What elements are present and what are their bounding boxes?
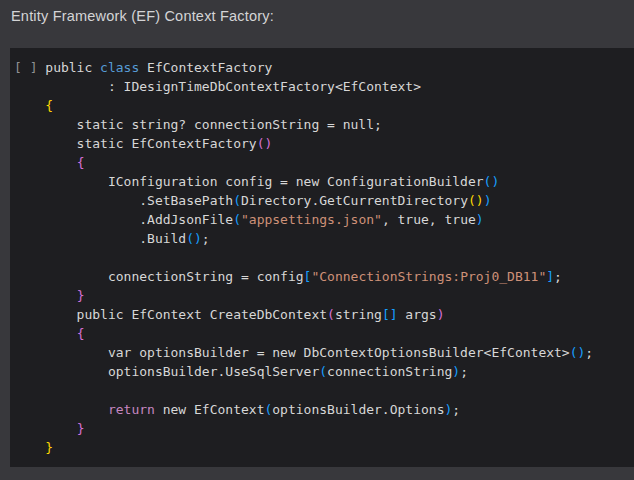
- code-token-plain: var optionsBuilder = new DbContextOption…: [14, 345, 570, 360]
- code-token-plain: new EfContext: [155, 402, 265, 417]
- code-token-bracket2: (): [257, 136, 273, 151]
- code-token-plain: static string? connectionString = null;: [14, 117, 382, 132]
- code-block: [ ] public class EfContextFactory : IDes…: [10, 48, 634, 467]
- code-token-plain: public EfContext CreateDbContext: [14, 307, 327, 322]
- code-line: IConfiguration config = new Configuratio…: [14, 172, 634, 191]
- code-line: .AddJsonFile("appsettings.json", true, t…: [14, 210, 634, 229]
- code-token-plain: : IDesignTimeDbContextFactory<EfContext>: [14, 79, 421, 94]
- code-token-plain: ;: [554, 269, 562, 284]
- code-token-plain: , true, true: [382, 212, 476, 227]
- code-token-bracket1: {: [45, 98, 53, 113]
- code-token-plain: [14, 326, 77, 341]
- code-token-plain: ;: [460, 364, 468, 379]
- code-token-bracket2: }: [77, 421, 85, 436]
- code-token-plain: [14, 155, 77, 170]
- code-token-bracket3: ): [476, 212, 484, 227]
- code-line: {: [14, 96, 634, 115]
- code-line: public EfContext CreateDbContext(string[…: [14, 305, 634, 324]
- code-line: .SetBasePath(Directory.GetCurrentDirecto…: [14, 191, 634, 210]
- code-token-plain: ;: [585, 345, 593, 360]
- code-token-bracket3: ): [452, 364, 460, 379]
- code-token-control: return: [108, 402, 155, 417]
- code-token-plain: Directory.GetCurrentDirectory: [241, 193, 468, 208]
- code-token-plain: [14, 440, 45, 455]
- code-line: [14, 248, 634, 267]
- code-token-bracket2: (: [327, 307, 335, 322]
- code-token-plain: .SetBasePath: [14, 193, 233, 208]
- code-token-plain: static EfContextFactory: [14, 136, 257, 151]
- code-token-plain: args: [398, 307, 437, 322]
- code-token-bracket3: (): [570, 345, 586, 360]
- code-line: static EfContextFactory(): [14, 134, 634, 153]
- code-token-plain: connectionString = config: [14, 269, 304, 284]
- code-line: static string? connectionString = null;: [14, 115, 634, 134]
- code-token-plain: .AddJsonFile: [14, 212, 233, 227]
- code-token-string: "appsettings.json": [241, 212, 382, 227]
- code-token-plain: EfContextFactory: [139, 60, 272, 75]
- code-token-plain: .Build: [14, 231, 186, 246]
- code-line: return new EfContext(optionsBuilder.Opti…: [14, 400, 634, 419]
- code-token-string: "ConnectionStrings:Proj0_DB11": [311, 269, 546, 284]
- code-token-bracket3: (): [186, 231, 202, 246]
- code-token-bracket2: {: [77, 326, 85, 341]
- code-token-bracket3: (): [484, 174, 500, 189]
- code-token-keyword: class: [100, 60, 139, 75]
- code-token-bracket2: {: [77, 155, 85, 170]
- code-token-plain: [14, 421, 77, 436]
- code-token-plain: [14, 288, 77, 303]
- code-token-plain: IConfiguration config = new Configuratio…: [14, 174, 484, 189]
- code-token-plain: connectionString: [327, 364, 452, 379]
- code-token-bracket3: (: [233, 212, 241, 227]
- code-line: : IDesignTimeDbContextFactory<EfContext>: [14, 77, 634, 96]
- page: { "page": { "background_color": "#38383c…: [0, 0, 634, 480]
- code-content: [ ] public class EfContextFactory : IDes…: [14, 58, 634, 457]
- code-gutter-marker: [ ]: [14, 60, 45, 75]
- code-line: .Build();: [14, 229, 634, 248]
- code-line: }: [14, 286, 634, 305]
- code-line: connectionString = config["ConnectionStr…: [14, 267, 634, 286]
- code-line: optionsBuilder.UseSqlServer(connectionSt…: [14, 362, 634, 381]
- code-token-plain: ;: [202, 231, 210, 246]
- code-token-plain: optionsBuilder.UseSqlServer: [14, 364, 319, 379]
- code-token-bracket3: []: [382, 307, 398, 322]
- code-token-bracket1: (): [468, 193, 484, 208]
- code-line: {: [14, 153, 634, 172]
- code-token-plain: ;: [452, 402, 460, 417]
- code-token-plain: optionsBuilder.Options: [272, 402, 444, 417]
- page-title: Entity Framework (EF) Context Factory:: [11, 8, 274, 24]
- code-line: }: [14, 438, 634, 457]
- code-token-bracket3: (: [319, 364, 327, 379]
- code-token-plain: string: [335, 307, 382, 322]
- code-line: [ ] public class EfContextFactory: [14, 58, 634, 77]
- code-token-plain: public: [45, 60, 100, 75]
- code-token-plain: [14, 402, 108, 417]
- code-line: {: [14, 324, 634, 343]
- code-token-bracket3: (: [233, 193, 241, 208]
- code-token-plain: [14, 98, 45, 113]
- code-token-bracket1: }: [45, 440, 53, 455]
- code-line: }: [14, 419, 634, 438]
- code-token-bracket2: }: [77, 288, 85, 303]
- code-token-bracket3: ]: [546, 269, 554, 284]
- code-line: [14, 381, 634, 400]
- code-token-bracket3: ): [484, 193, 492, 208]
- code-line: var optionsBuilder = new DbContextOption…: [14, 343, 634, 362]
- code-token-bracket2: ): [437, 307, 445, 322]
